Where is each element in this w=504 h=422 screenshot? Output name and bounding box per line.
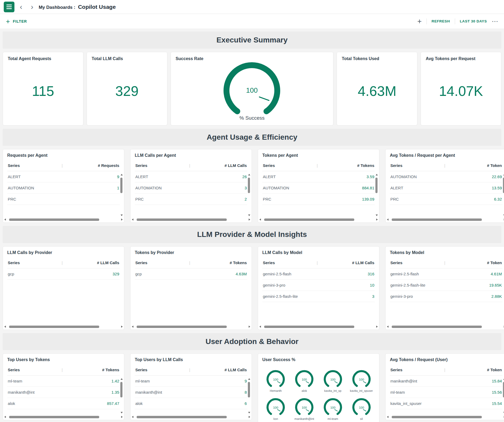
scroll-left-icon[interactable]: [132, 416, 133, 418]
column-header-series[interactable]: Series: [8, 368, 62, 372]
scroll-left-icon[interactable]: [4, 218, 6, 221]
table-row[interactable]: gemini-3-pro 2.88K: [390, 291, 502, 302]
scrollbar-thumb[interactable]: [392, 218, 482, 221]
horizontal-scrollbar[interactable]: [387, 325, 504, 329]
vertical-scrollbar[interactable]: [120, 174, 123, 216]
scrollbar-thumb[interactable]: [248, 382, 250, 397]
horizontal-scrollbar[interactable]: [4, 416, 123, 419]
horizontal-scrollbar[interactable]: [4, 218, 123, 221]
refresh-button[interactable]: REFRESH: [432, 19, 450, 23]
table-row[interactable]: alok 6: [135, 398, 247, 409]
scroll-left-icon[interactable]: [387, 416, 388, 418]
column-header-value[interactable]: # Token: [448, 260, 502, 265]
column-header-value[interactable]: # Tokens: [193, 260, 247, 265]
scrollbar-thumb[interactable]: [120, 382, 122, 397]
scrollbar-thumb[interactable]: [264, 326, 354, 328]
column-header-series[interactable]: Series: [135, 368, 189, 372]
scroll-left-icon[interactable]: [132, 326, 133, 328]
table-row[interactable]: ALERT 26: [135, 171, 247, 182]
scrollbar-thumb[interactable]: [120, 178, 122, 193]
table-row[interactable]: manikanth@int 8: [135, 387, 247, 398]
table-row[interactable]: PRC 139.09: [262, 194, 375, 205]
scroll-down-icon[interactable]: [248, 214, 250, 216]
table-row[interactable]: PRC 6.32: [390, 194, 502, 205]
horizontal-scrollbar[interactable]: [132, 325, 250, 329]
scroll-up-icon[interactable]: [121, 174, 123, 175]
horizontal-scrollbar[interactable]: [259, 218, 378, 221]
forward-button[interactable]: ›: [30, 2, 34, 12]
scroll-down-icon[interactable]: [248, 412, 250, 413]
scrollbar-thumb[interactable]: [248, 178, 250, 193]
column-header-series[interactable]: Series: [135, 163, 189, 168]
back-button[interactable]: ‹: [19, 2, 23, 12]
menu-button[interactable]: [4, 2, 14, 12]
more-options-button[interactable]: ⋯: [492, 18, 498, 25]
table-row[interactable]: ml-team 15.56: [390, 387, 502, 398]
vertical-scrollbar[interactable]: [247, 174, 251, 216]
column-header-series[interactable]: Series: [135, 260, 189, 265]
column-header-series[interactable]: Series: [390, 260, 444, 265]
scroll-left-icon[interactable]: [132, 218, 133, 221]
scroll-up-icon[interactable]: [248, 174, 250, 175]
horizontal-scrollbar[interactable]: [132, 416, 250, 419]
scroll-left-icon[interactable]: [387, 218, 388, 221]
scroll-down-icon[interactable]: [376, 214, 378, 216]
column-header-series[interactable]: Series: [390, 368, 444, 372]
scroll-left-icon[interactable]: [387, 326, 388, 328]
table-row[interactable]: alok 857.47: [7, 398, 120, 409]
scrollbar-thumb[interactable]: [392, 416, 482, 418]
column-header-value[interactable]: # LLM Calls: [193, 163, 247, 168]
scrollbar-thumb[interactable]: [503, 382, 504, 397]
horizontal-scrollbar[interactable]: [4, 325, 123, 329]
table-row[interactable]: AUTOMATION 1: [7, 182, 120, 194]
scroll-right-icon[interactable]: [121, 416, 123, 418]
scroll-right-icon[interactable]: [376, 326, 378, 328]
scroll-left-icon[interactable]: [259, 218, 261, 221]
table-row[interactable]: AUTOMATION 3: [135, 182, 247, 194]
table-row[interactable]: ALERT 9: [7, 171, 120, 182]
table-row[interactable]: ALERT 3.59: [262, 171, 375, 182]
scrollbar-thumb[interactable]: [503, 178, 504, 193]
filter-button[interactable]: + FILTER: [6, 18, 27, 25]
table-row[interactable]: ml-team 9: [135, 376, 247, 387]
table-row[interactable]: ALERT 13.59: [390, 182, 502, 194]
scroll-up-icon[interactable]: [248, 378, 250, 380]
scrollbar-thumb[interactable]: [137, 326, 227, 328]
scroll-left-icon[interactable]: [4, 326, 6, 328]
vertical-scrollbar[interactable]: [375, 174, 378, 216]
horizontal-scrollbar[interactable]: [387, 218, 504, 221]
scrollbar-thumb[interactable]: [264, 218, 354, 221]
column-header-value[interactable]: # Token: [448, 163, 502, 168]
horizontal-scrollbar[interactable]: [259, 325, 378, 329]
horizontal-scrollbar[interactable]: [387, 416, 504, 419]
scroll-right-icon[interactable]: [121, 218, 123, 221]
scroll-up-icon[interactable]: [121, 378, 123, 380]
scrollbar-thumb[interactable]: [9, 326, 99, 328]
table-row[interactable]: gemini-2.5-flash-lite 19.65K: [390, 280, 502, 291]
scroll-right-icon[interactable]: [249, 416, 250, 418]
scroll-down-icon[interactable]: [121, 412, 123, 413]
scrollbar-thumb[interactable]: [392, 326, 482, 328]
table-row[interactable]: AUTOMATION 22.69: [390, 171, 502, 182]
date-range-button[interactable]: LAST 30 DAYS: [460, 19, 487, 23]
column-header-series[interactable]: Series: [263, 163, 317, 168]
scrollbar-thumb[interactable]: [137, 218, 227, 221]
scroll-down-icon[interactable]: [121, 214, 123, 216]
table-row[interactable]: gemini-3-pro 10: [262, 280, 375, 291]
column-header-value[interactable]: # Tokens: [320, 163, 374, 168]
column-header-value[interactable]: # Requests: [65, 163, 119, 168]
table-row[interactable]: gemini-2.5-flash 316: [262, 268, 375, 280]
column-header-series[interactable]: Series: [390, 163, 444, 168]
vertical-scrollbar[interactable]: [247, 378, 251, 413]
table-row[interactable]: manikanth@int 1.35: [7, 387, 120, 398]
table-row[interactable]: gemini-2.5-flash-lite 3: [262, 291, 375, 302]
scrollbar-thumb[interactable]: [375, 178, 378, 193]
table-row[interactable]: gemini-2.5-flash 4.61M: [390, 268, 502, 280]
breadcrumb-my-dashboards[interactable]: My Dashboards :: [39, 5, 75, 10]
table-row[interactable]: PRC 2: [135, 194, 247, 205]
horizontal-scrollbar[interactable]: [132, 218, 250, 221]
column-header-value[interactable]: # Tokens: [65, 368, 119, 372]
column-header-series[interactable]: Series: [263, 260, 317, 265]
vertical-scrollbar[interactable]: [502, 174, 504, 216]
scroll-left-icon[interactable]: [259, 326, 261, 328]
